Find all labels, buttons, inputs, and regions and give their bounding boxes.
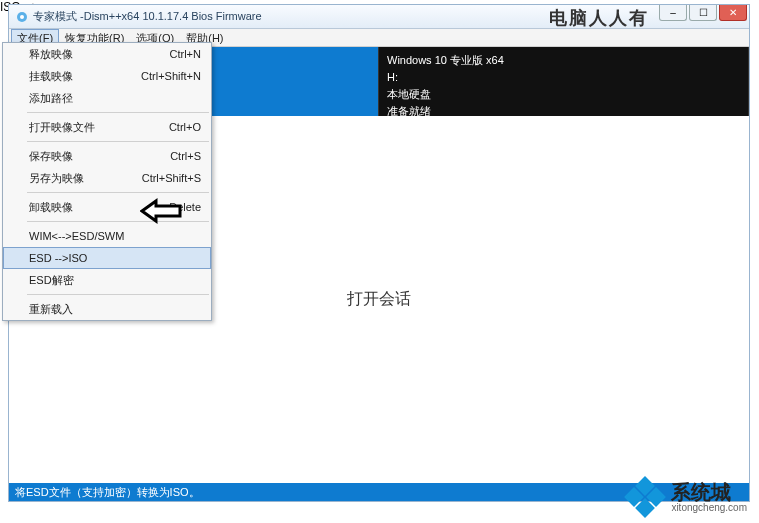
window-title: 专家模式 -Dism++x64 10.1.17.4 Bios Firmware <box>33 9 262 24</box>
minimize-button[interactable]: – <box>659 5 687 21</box>
file-dropdown-menu: 释放映像 Ctrl+N 挂载映像 Ctrl+Shift+N 添加路径 打开映像文… <box>2 42 212 321</box>
titlebar: 专家模式 -Dism++x64 10.1.17.4 Bios Firmware … <box>9 5 749 29</box>
menu-item-shortcut: Ctrl+Shift+S <box>142 170 201 186</box>
panel-drive: H: <box>387 70 740 85</box>
menu-item-label: 挂载映像 <box>29 68 73 84</box>
menu-save-image[interactable]: 保存映像 Ctrl+S <box>3 145 211 167</box>
status-text: 将ESD文件（支持加密）转换为ISO。 <box>15 486 200 498</box>
brand-name-en: xitongcheng.com <box>671 502 747 513</box>
menu-separator <box>27 192 209 193</box>
session-panel-right[interactable]: Windows 10 专业版 x64 H: 本地硬盘 准备就绪 <box>379 47 749 116</box>
arrow-annotation-icon <box>140 198 182 227</box>
menu-wim-esd-swm[interactable]: WIM<-->ESD/SWM <box>3 225 211 247</box>
menu-open-image[interactable]: 打开映像文件 Ctrl+O <box>3 116 211 138</box>
menu-item-shortcut: Ctrl+N <box>170 46 201 62</box>
panel-disk-type: 本地硬盘 <box>387 87 740 102</box>
brand-name-cn: 系统城 <box>671 482 747 502</box>
window-controls: – ☐ ✕ <box>659 5 747 21</box>
maximize-button[interactable]: ☐ <box>689 5 717 21</box>
menu-item-shortcut: Ctrl+O <box>169 119 201 135</box>
menu-item-label: 卸载映像 <box>29 199 73 215</box>
menu-release-image[interactable]: 释放映像 Ctrl+N <box>3 43 211 65</box>
brand-diamonds-icon <box>625 477 665 517</box>
menu-esd-decrypt[interactable]: ESD解密 <box>3 269 211 291</box>
menu-item-label: ESD -->ISO <box>29 250 87 266</box>
menu-item-label: 重新载入 <box>29 301 73 317</box>
menu-save-as-image[interactable]: 另存为映像 Ctrl+Shift+S <box>3 167 211 189</box>
menu-separator <box>27 112 209 113</box>
menu-item-shortcut: Ctrl+S <box>170 148 201 164</box>
menu-item-label: 另存为映像 <box>29 170 84 186</box>
menu-esd-to-iso[interactable]: ESD -->ISO <box>3 247 211 269</box>
menu-separator <box>27 294 209 295</box>
menu-reimport[interactable]: 重新载入 <box>3 298 211 320</box>
panel-os-name: Windows 10 专业版 x64 <box>387 53 740 68</box>
brand-text: 系统城 xitongcheng.com <box>671 482 747 513</box>
brand-logo: 系统城 xitongcheng.com <box>625 477 747 517</box>
close-button[interactable]: ✕ <box>719 5 747 21</box>
open-session-label[interactable]: 打开会话 <box>347 289 411 310</box>
menu-item-shortcut: Ctrl+Shift+N <box>141 68 201 84</box>
menu-add-path[interactable]: 添加路径 <box>3 87 211 109</box>
menu-item-label: 保存映像 <box>29 148 73 164</box>
watermark-text: 电脑人人有 <box>549 6 649 30</box>
menu-item-label: 释放映像 <box>29 46 73 62</box>
menu-item-label: WIM<-->ESD/SWM <box>29 228 124 244</box>
svg-point-1 <box>20 15 24 19</box>
menu-item-label: ESD解密 <box>29 272 74 288</box>
menu-item-label: 打开映像文件 <box>29 119 95 135</box>
app-icon <box>15 10 29 24</box>
menu-mount-image[interactable]: 挂载映像 Ctrl+Shift+N <box>3 65 211 87</box>
menu-item-label: 添加路径 <box>29 90 73 106</box>
menu-separator <box>27 141 209 142</box>
